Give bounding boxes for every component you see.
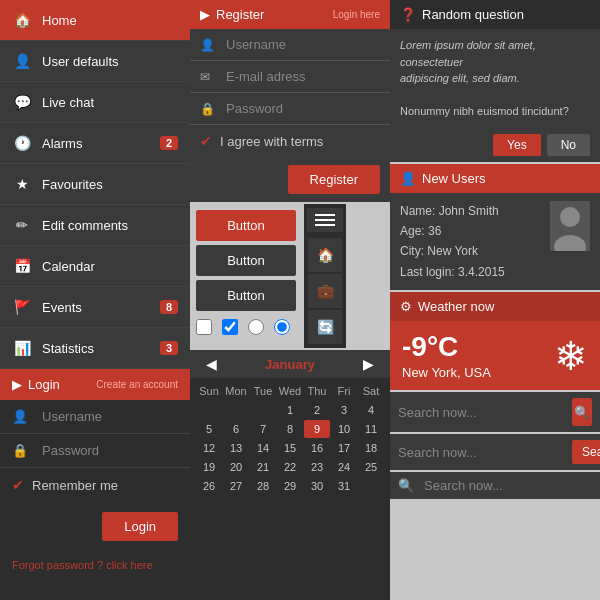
nav-item-home[interactable]: 🏠 Home bbox=[0, 0, 190, 41]
new-users-icon: 👤 bbox=[400, 171, 416, 186]
nav-item-edit-comments[interactable]: ✏ Edit comments bbox=[0, 205, 190, 246]
cal-day[interactable]: 2 bbox=[304, 401, 330, 419]
create-account-link[interactable]: Create an account bbox=[96, 379, 178, 390]
cal-week-5: 26 27 28 29 30 31 bbox=[196, 477, 384, 495]
cal-day-wed: Wed bbox=[277, 382, 303, 400]
search-icon-button-1[interactable]: 🔍 bbox=[572, 398, 592, 426]
cal-day[interactable]: 4 bbox=[358, 401, 384, 419]
button-1[interactable]: Button bbox=[196, 210, 296, 241]
rq-text-2: adipiscing elit, sed diam. bbox=[400, 70, 590, 87]
cal-day[interactable]: 3 bbox=[331, 401, 357, 419]
login-button[interactable]: Login bbox=[102, 512, 178, 541]
nav-item-live-chat[interactable]: 💬 Live chat bbox=[0, 82, 190, 123]
no-button[interactable]: No bbox=[547, 134, 590, 156]
cal-day[interactable]: 20 bbox=[223, 458, 249, 476]
search-input-2[interactable] bbox=[398, 445, 566, 460]
hamburger-menu[interactable] bbox=[307, 208, 343, 232]
cal-day[interactable]: 5 bbox=[196, 420, 222, 438]
cal-day[interactable] bbox=[196, 401, 222, 419]
cal-day[interactable]: 29 bbox=[277, 477, 303, 495]
cal-day[interactable]: 17 bbox=[331, 439, 357, 457]
reg-email-input[interactable] bbox=[226, 69, 366, 84]
user-age: Age: 36 bbox=[400, 221, 542, 241]
nav-label-home: Home bbox=[42, 13, 178, 28]
ham-line-3 bbox=[315, 224, 335, 226]
cal-day-today[interactable]: 9 bbox=[304, 420, 330, 438]
nav-item-calendar[interactable]: 📅 Calendar bbox=[0, 246, 190, 287]
cal-day[interactable]: 23 bbox=[304, 458, 330, 476]
cal-day[interactable]: 14 bbox=[250, 439, 276, 457]
cal-day[interactable]: 1 bbox=[277, 401, 303, 419]
user-city: City: New York bbox=[400, 241, 542, 261]
nav-item-events[interactable]: 🚩 Events 8 bbox=[0, 287, 190, 328]
cal-day[interactable]: 21 bbox=[250, 458, 276, 476]
refresh-icon-btn[interactable]: 🔄 bbox=[308, 310, 342, 344]
cal-day[interactable]: 11 bbox=[358, 420, 384, 438]
cal-day[interactable]: 26 bbox=[196, 477, 222, 495]
nav-item-alarms[interactable]: 🕐 Alarms 2 bbox=[0, 123, 190, 164]
search-button-2[interactable]: Search bbox=[572, 440, 600, 464]
cal-day[interactable]: 10 bbox=[331, 420, 357, 438]
reg-email-row: ✉ bbox=[190, 61, 390, 93]
home-icon-btn[interactable]: 🏠 bbox=[308, 238, 342, 272]
cal-day[interactable]: 27 bbox=[223, 477, 249, 495]
nav-item-user-defaults[interactable]: 👤 User defaults bbox=[0, 41, 190, 82]
forgot-label: Forgot password ? bbox=[12, 559, 103, 571]
checkbox-unchecked[interactable] bbox=[196, 319, 212, 335]
cal-day[interactable]: 15 bbox=[277, 439, 303, 457]
briefcase-icon-btn[interactable]: 💼 bbox=[308, 274, 342, 308]
alarm-icon: 🕐 bbox=[12, 133, 32, 153]
checkbox-checked[interactable] bbox=[222, 319, 238, 335]
nav-label-calendar: Calendar bbox=[42, 259, 178, 274]
reg-password-input[interactable] bbox=[226, 101, 366, 116]
radio-checked[interactable] bbox=[274, 319, 290, 335]
cal-day[interactable]: 8 bbox=[277, 420, 303, 438]
cal-day[interactable]: 6 bbox=[223, 420, 249, 438]
random-question-body: Lorem ipsum dolor sit amet, consectetuer… bbox=[390, 29, 600, 128]
reg-email-icon: ✉ bbox=[200, 70, 218, 84]
new-users-panel: 👤 New Users Name: John Smith Age: 36 Cit… bbox=[390, 164, 600, 291]
cal-day[interactable]: 18 bbox=[358, 439, 384, 457]
search-input-1[interactable] bbox=[398, 405, 566, 420]
cal-day[interactable]: 13 bbox=[223, 439, 249, 457]
cal-day[interactable]: 31 bbox=[331, 477, 357, 495]
search-input-3[interactable] bbox=[424, 478, 592, 493]
radio-unchecked[interactable] bbox=[248, 319, 264, 335]
button-2[interactable]: Button bbox=[196, 245, 296, 276]
yes-button[interactable]: Yes bbox=[493, 134, 541, 156]
cal-day[interactable] bbox=[223, 401, 249, 419]
cal-day[interactable]: 12 bbox=[196, 439, 222, 457]
search-bar-3: 🔍 bbox=[390, 472, 600, 499]
nav-label-statistics: Statistics bbox=[42, 341, 160, 356]
reg-user-icon: 👤 bbox=[200, 38, 218, 52]
cal-day[interactable]: 28 bbox=[250, 477, 276, 495]
cal-next-arrow[interactable]: ▶ bbox=[357, 356, 380, 372]
cal-day[interactable]: 16 bbox=[304, 439, 330, 457]
register-button[interactable]: Register bbox=[288, 165, 380, 194]
cal-prev-arrow[interactable]: ◀ bbox=[200, 356, 223, 372]
button-3[interactable]: Button bbox=[196, 280, 296, 311]
username-input[interactable] bbox=[42, 409, 172, 424]
search-bar-2: Search bbox=[390, 434, 600, 470]
reg-username-row: 👤 bbox=[190, 29, 390, 61]
cal-day-mon: Mon bbox=[223, 382, 249, 400]
cal-day[interactable] bbox=[358, 477, 384, 495]
reg-check-icon: ✔ bbox=[200, 133, 212, 149]
click-here-link[interactable]: click here bbox=[106, 559, 152, 571]
calendar-month: January bbox=[265, 357, 315, 372]
nav-item-favourites[interactable]: ★ Favourites bbox=[0, 164, 190, 205]
password-input[interactable] bbox=[42, 443, 172, 458]
cal-day[interactable]: 22 bbox=[277, 458, 303, 476]
reg-lock-icon: 🔒 bbox=[200, 102, 218, 116]
rq-buttons-row: Yes No bbox=[390, 128, 600, 162]
nav-item-statistics[interactable]: 📊 Statistics 3 bbox=[0, 328, 190, 369]
cal-day[interactable]: 7 bbox=[250, 420, 276, 438]
cal-day[interactable]: 25 bbox=[358, 458, 384, 476]
cal-day[interactable] bbox=[250, 401, 276, 419]
reg-username-input[interactable] bbox=[226, 37, 366, 52]
cal-week-1: 1 2 3 4 bbox=[196, 401, 384, 419]
cal-day[interactable]: 19 bbox=[196, 458, 222, 476]
cal-day[interactable]: 24 bbox=[331, 458, 357, 476]
cal-day[interactable]: 30 bbox=[304, 477, 330, 495]
login-here-link[interactable]: Login here bbox=[333, 9, 380, 20]
